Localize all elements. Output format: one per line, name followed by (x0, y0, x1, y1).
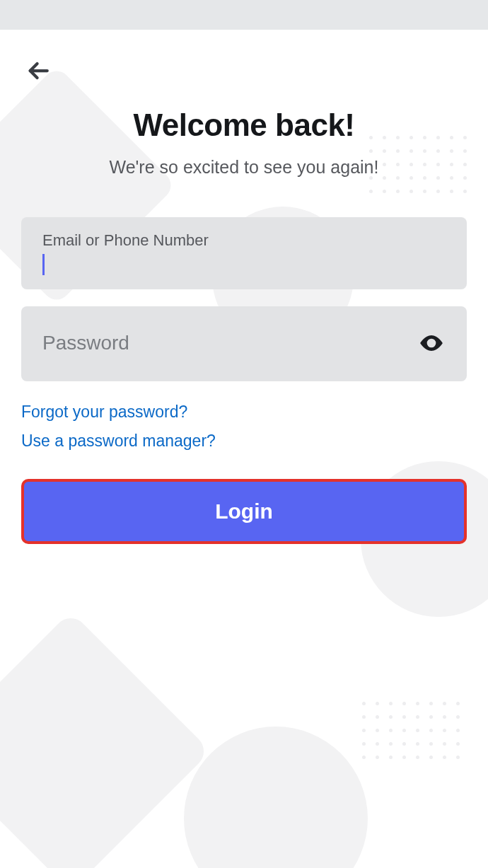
eye-icon (418, 330, 445, 357)
email-label: Email or Phone Number (42, 231, 446, 250)
page-subtitle: We're so excited to see you again! (21, 157, 467, 178)
text-caret (42, 254, 45, 275)
login-button[interactable]: Login (21, 479, 467, 544)
back-button[interactable] (23, 55, 54, 86)
page-title: Welcome back! (21, 108, 467, 143)
email-input[interactable] (42, 253, 446, 274)
forgot-password-link[interactable]: Forgot your password? (21, 403, 187, 422)
svg-point-1 (429, 341, 434, 345)
login-button-label: Login (215, 499, 273, 523)
email-field-container[interactable]: Email or Phone Number (21, 217, 467, 289)
toggle-password-visibility[interactable] (417, 329, 446, 357)
decor-shape (0, 611, 211, 868)
password-field-container[interactable]: Password (21, 306, 467, 381)
helper-links: Forgot your password? Use a password man… (21, 403, 467, 451)
back-arrow-icon (26, 59, 50, 83)
password-placeholder: Password (42, 332, 417, 354)
decor-dots (362, 702, 460, 759)
decor-shape (184, 727, 368, 868)
status-bar (0, 0, 488, 30)
password-manager-link[interactable]: Use a password manager? (21, 432, 216, 451)
login-screen: Welcome back! We're so excited to see yo… (0, 30, 488, 868)
